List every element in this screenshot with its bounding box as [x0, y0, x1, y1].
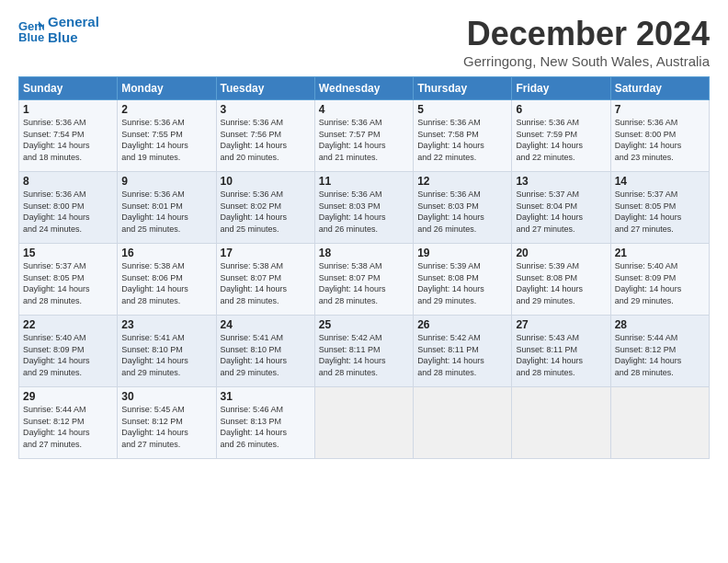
day-info: Sunrise: 5:36 AM Sunset: 8:01 PM Dayligh…: [121, 189, 211, 235]
logo: General Blue General Blue: [18, 15, 99, 45]
day-info: Sunrise: 5:39 AM Sunset: 8:08 PM Dayligh…: [417, 260, 507, 306]
calendar-week-row: 15Sunrise: 5:37 AM Sunset: 8:05 PM Dayli…: [19, 244, 710, 316]
calendar-cell: 29Sunrise: 5:44 AM Sunset: 8:12 PM Dayli…: [19, 387, 118, 459]
day-info: Sunrise: 5:38 AM Sunset: 8:06 PM Dayligh…: [121, 260, 211, 306]
day-number: 10: [221, 175, 311, 188]
day-info: Sunrise: 5:36 AM Sunset: 7:58 PM Dayligh…: [417, 117, 507, 163]
day-number: 7: [615, 103, 705, 116]
calendar-cell: 14Sunrise: 5:37 AM Sunset: 8:05 PM Dayli…: [610, 172, 709, 244]
day-number: 27: [516, 318, 606, 331]
day-number: 25: [319, 318, 409, 331]
month-title: December 2024: [463, 15, 710, 53]
page-container: General Blue General Blue December 2024 …: [0, 0, 728, 468]
calendar-cell: 15Sunrise: 5:37 AM Sunset: 8:05 PM Dayli…: [19, 244, 118, 316]
calendar-cell: 1Sunrise: 5:36 AM Sunset: 7:54 PM Daylig…: [19, 100, 118, 172]
day-number: 29: [23, 390, 113, 403]
calendar-cell: 10Sunrise: 5:36 AM Sunset: 8:02 PM Dayli…: [216, 172, 314, 244]
day-number: 21: [615, 247, 705, 259]
day-info: Sunrise: 5:44 AM Sunset: 8:12 PM Dayligh…: [23, 404, 113, 450]
day-number: 5: [417, 103, 507, 116]
day-number: 30: [121, 390, 211, 403]
calendar-cell: 30Sunrise: 5:45 AM Sunset: 8:12 PM Dayli…: [118, 387, 216, 459]
calendar-cell: 27Sunrise: 5:43 AM Sunset: 8:11 PM Dayli…: [512, 316, 610, 387]
day-info: Sunrise: 5:36 AM Sunset: 8:02 PM Dayligh…: [221, 189, 311, 235]
calendar-cell: 3Sunrise: 5:36 AM Sunset: 7:56 PM Daylig…: [216, 100, 314, 172]
day-info: Sunrise: 5:44 AM Sunset: 8:12 PM Dayligh…: [615, 332, 705, 378]
day-number: 1: [23, 103, 113, 116]
svg-text:Blue: Blue: [18, 30, 44, 43]
calendar-cell: 28Sunrise: 5:44 AM Sunset: 8:12 PM Dayli…: [610, 316, 709, 387]
calendar-cell: 19Sunrise: 5:39 AM Sunset: 8:08 PM Dayli…: [414, 244, 512, 316]
calendar-cell: 23Sunrise: 5:41 AM Sunset: 8:10 PM Dayli…: [118, 316, 216, 387]
day-info: Sunrise: 5:36 AM Sunset: 7:56 PM Dayligh…: [221, 117, 311, 163]
day-number: 3: [221, 103, 311, 116]
calendar-cell: 2Sunrise: 5:36 AM Sunset: 7:55 PM Daylig…: [118, 100, 216, 172]
calendar-week-row: 8Sunrise: 5:36 AM Sunset: 8:00 PM Daylig…: [19, 172, 710, 244]
day-info: Sunrise: 5:36 AM Sunset: 8:00 PM Dayligh…: [23, 189, 113, 235]
calendar-cell: 20Sunrise: 5:39 AM Sunset: 8:08 PM Dayli…: [512, 244, 610, 316]
logo-line2: Blue: [48, 30, 99, 46]
calendar-cell: 8Sunrise: 5:36 AM Sunset: 8:00 PM Daylig…: [19, 172, 118, 244]
calendar-cell: [414, 387, 512, 459]
day-number: 19: [417, 247, 507, 259]
header-wednesday: Wednesday: [314, 77, 413, 100]
location: Gerringong, New South Wales, Australia: [463, 53, 710, 69]
calendar-cell: [610, 387, 709, 459]
day-info: Sunrise: 5:37 AM Sunset: 8:05 PM Dayligh…: [615, 189, 705, 235]
day-info: Sunrise: 5:41 AM Sunset: 8:10 PM Dayligh…: [221, 332, 311, 378]
day-number: 15: [23, 247, 113, 259]
calendar-cell: 26Sunrise: 5:42 AM Sunset: 8:11 PM Dayli…: [414, 316, 512, 387]
logo-text: General Blue: [48, 15, 99, 45]
day-number: 16: [121, 247, 211, 259]
header: General Blue General Blue December 2024 …: [18, 15, 710, 69]
day-info: Sunrise: 5:42 AM Sunset: 8:11 PM Dayligh…: [319, 332, 409, 378]
day-info: Sunrise: 5:40 AM Sunset: 8:09 PM Dayligh…: [615, 260, 705, 306]
calendar-cell: [512, 387, 610, 459]
calendar-header-row: SundayMondayTuesdayWednesdayThursdayFrid…: [19, 77, 710, 100]
day-number: 11: [319, 175, 409, 188]
day-number: 26: [417, 318, 507, 331]
day-number: 24: [221, 318, 311, 331]
day-number: 2: [121, 103, 211, 116]
day-info: Sunrise: 5:41 AM Sunset: 8:10 PM Dayligh…: [121, 332, 211, 378]
header-thursday: Thursday: [414, 77, 512, 100]
calendar-cell: 4Sunrise: 5:36 AM Sunset: 7:57 PM Daylig…: [314, 100, 413, 172]
day-number: 6: [516, 103, 606, 116]
calendar-cell: 13Sunrise: 5:37 AM Sunset: 8:04 PM Dayli…: [512, 172, 610, 244]
calendar-cell: 25Sunrise: 5:42 AM Sunset: 8:11 PM Dayli…: [314, 316, 413, 387]
day-info: Sunrise: 5:39 AM Sunset: 8:08 PM Dayligh…: [516, 260, 606, 306]
calendar-week-row: 22Sunrise: 5:40 AM Sunset: 8:09 PM Dayli…: [19, 316, 710, 387]
day-number: 22: [23, 318, 113, 331]
calendar-cell: 22Sunrise: 5:40 AM Sunset: 8:09 PM Dayli…: [19, 316, 118, 387]
day-number: 12: [417, 175, 507, 188]
day-info: Sunrise: 5:36 AM Sunset: 8:00 PM Dayligh…: [615, 117, 705, 163]
header-saturday: Saturday: [610, 77, 709, 100]
day-info: Sunrise: 5:46 AM Sunset: 8:13 PM Dayligh…: [221, 404, 311, 450]
header-sunday: Sunday: [19, 77, 118, 100]
day-number: 4: [319, 103, 409, 116]
calendar-cell: 16Sunrise: 5:38 AM Sunset: 8:06 PM Dayli…: [118, 244, 216, 316]
calendar-cell: 24Sunrise: 5:41 AM Sunset: 8:10 PM Dayli…: [216, 316, 314, 387]
calendar-cell: 17Sunrise: 5:38 AM Sunset: 8:07 PM Dayli…: [216, 244, 314, 316]
day-info: Sunrise: 5:45 AM Sunset: 8:12 PM Dayligh…: [121, 404, 211, 450]
calendar-cell: 9Sunrise: 5:36 AM Sunset: 8:01 PM Daylig…: [118, 172, 216, 244]
day-number: 23: [121, 318, 211, 331]
calendar-cell: 5Sunrise: 5:36 AM Sunset: 7:58 PM Daylig…: [414, 100, 512, 172]
calendar-cell: 6Sunrise: 5:36 AM Sunset: 7:59 PM Daylig…: [512, 100, 610, 172]
day-info: Sunrise: 5:36 AM Sunset: 8:03 PM Dayligh…: [417, 189, 507, 235]
calendar-cell: [314, 387, 413, 459]
day-info: Sunrise: 5:36 AM Sunset: 7:59 PM Dayligh…: [516, 117, 606, 163]
header-tuesday: Tuesday: [216, 77, 314, 100]
day-info: Sunrise: 5:36 AM Sunset: 7:57 PM Dayligh…: [319, 117, 409, 163]
day-info: Sunrise: 5:37 AM Sunset: 8:04 PM Dayligh…: [516, 189, 606, 235]
calendar-cell: 11Sunrise: 5:36 AM Sunset: 8:03 PM Dayli…: [314, 172, 413, 244]
day-number: 31: [221, 390, 311, 403]
day-number: 14: [615, 175, 705, 188]
day-info: Sunrise: 5:38 AM Sunset: 8:07 PM Dayligh…: [221, 260, 311, 306]
day-info: Sunrise: 5:36 AM Sunset: 8:03 PM Dayligh…: [319, 189, 409, 235]
day-info: Sunrise: 5:43 AM Sunset: 8:11 PM Dayligh…: [516, 332, 606, 378]
day-info: Sunrise: 5:36 AM Sunset: 7:54 PM Dayligh…: [23, 117, 113, 163]
day-number: 8: [23, 175, 113, 188]
day-info: Sunrise: 5:38 AM Sunset: 8:07 PM Dayligh…: [319, 260, 409, 306]
calendar-cell: 12Sunrise: 5:36 AM Sunset: 8:03 PM Dayli…: [414, 172, 512, 244]
